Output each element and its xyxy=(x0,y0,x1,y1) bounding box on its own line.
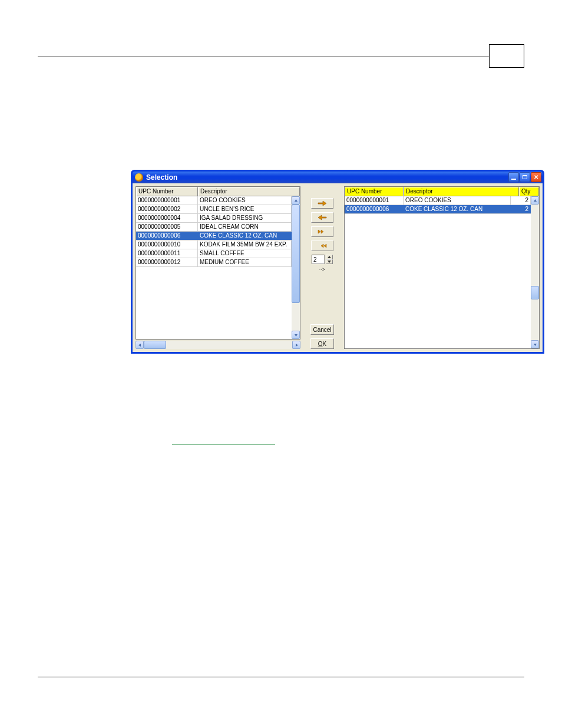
header-divider xyxy=(38,57,489,57)
table-row[interactable]: 0000000000002UNCLE BEN'S RICE xyxy=(136,205,292,214)
table-row[interactable]: 0000000000006COKE CLASSIC 12 OZ. CAN2 xyxy=(345,205,531,214)
left-header-descriptor[interactable]: Descriptor xyxy=(198,187,300,196)
left-header-upc[interactable]: UPC Number xyxy=(136,187,198,196)
arrow-right-icon xyxy=(318,200,327,206)
scroll-left-button[interactable] xyxy=(135,341,144,349)
scroll-thumb[interactable] xyxy=(292,205,300,303)
right-header-upc[interactable]: UPC Number xyxy=(345,187,404,196)
left-grid-rows: 0000000000001OREO COOKIES0000000000002UN… xyxy=(136,196,292,339)
chevron-right-icon xyxy=(295,343,299,347)
cell-descriptor: UNCLE BEN'S RICE xyxy=(198,205,292,213)
cell-descriptor: IDEAL CREAM CORN xyxy=(198,223,292,231)
right-grid[interactable]: UPC Number Descriptor Qty 0000000000001O… xyxy=(344,186,540,349)
cell-upc: 0000000000004 xyxy=(136,214,198,222)
chevron-down-icon xyxy=(533,342,537,347)
scroll-down-button[interactable] xyxy=(292,331,300,339)
page-number-box xyxy=(489,44,524,68)
hscroll-track[interactable] xyxy=(144,341,292,349)
chevron-up-icon xyxy=(294,199,298,203)
scroll-right-button[interactable] xyxy=(292,341,300,349)
ok-button[interactable]: OK xyxy=(310,338,334,349)
right-header-qty[interactable]: Qty xyxy=(519,187,539,196)
title-bar[interactable]: Selection ✕ xyxy=(133,172,543,183)
scroll-up-button[interactable] xyxy=(292,196,300,205)
cell-descriptor: OREO COOKIES xyxy=(404,196,511,205)
chevron-left-icon xyxy=(138,343,142,347)
window-title: Selection xyxy=(146,173,177,182)
double-arrow-left-icon xyxy=(318,243,327,249)
cell-descriptor: OREO COOKIES xyxy=(198,196,292,205)
left-grid[interactable]: UPC Number Descriptor 0000000000001OREO … xyxy=(135,186,300,340)
close-icon: ✕ xyxy=(534,174,538,180)
scroll-down-button[interactable] xyxy=(531,340,539,348)
cell-upc: 0000000000011 xyxy=(136,249,198,258)
table-row[interactable]: 0000000000001OREO COOKIES xyxy=(136,196,292,205)
hscroll-thumb[interactable] xyxy=(144,341,166,349)
left-pane: UPC Number Descriptor 0000000000001OREO … xyxy=(135,186,300,349)
chevron-down-icon xyxy=(294,333,298,337)
cell-qty: 2 xyxy=(511,205,531,213)
maximize-button[interactable] xyxy=(520,172,530,182)
table-row[interactable]: 0000000000001OREO COOKIES2 xyxy=(345,196,531,205)
document-page: Selection ✕ UPC Number Descriptor 000000… xyxy=(38,32,524,687)
center-controls: 2 ··> Cancel OK xyxy=(304,186,340,349)
spinner-down-button[interactable] xyxy=(326,259,333,264)
quantity-spinner[interactable]: 2 xyxy=(312,255,333,264)
right-header-descriptor[interactable]: Descriptor xyxy=(404,187,519,196)
cell-descriptor: MEDIUM COFFEE xyxy=(198,258,292,266)
cell-descriptor: COKE CLASSIC 12 OZ. CAN xyxy=(404,205,511,213)
left-grid-headers: UPC Number Descriptor xyxy=(136,187,300,196)
table-row[interactable]: 0000000000012MEDIUM COFFEE xyxy=(136,258,292,267)
ok-label: OK xyxy=(318,341,326,347)
cancel-button[interactable]: Cancel xyxy=(310,324,334,335)
app-icon xyxy=(135,173,143,182)
minimize-icon xyxy=(511,179,516,180)
right-grid-headers: UPC Number Descriptor Qty xyxy=(345,187,539,196)
move-left-button[interactable] xyxy=(311,212,333,223)
client-area: UPC Number Descriptor 0000000000001OREO … xyxy=(133,183,543,352)
selection-window: Selection ✕ UPC Number Descriptor 000000… xyxy=(131,170,544,354)
chevron-up-icon xyxy=(533,199,537,203)
right-pane: UPC Number Descriptor Qty 0000000000001O… xyxy=(344,186,540,349)
move-right-button[interactable] xyxy=(311,198,333,209)
table-row[interactable]: 0000000000006COKE CLASSIC 12 OZ. CAN xyxy=(136,232,292,241)
scroll-thumb[interactable] xyxy=(531,286,539,299)
scroll-track[interactable] xyxy=(531,205,539,340)
cell-upc: 0000000000005 xyxy=(136,223,198,231)
cell-upc: 0000000000006 xyxy=(136,232,198,240)
minimize-button[interactable] xyxy=(508,172,519,182)
right-vertical-scrollbar[interactable] xyxy=(531,196,539,348)
scroll-track[interactable] xyxy=(292,205,300,331)
table-row[interactable]: 0000000000005IDEAL CREAM CORN xyxy=(136,223,292,232)
move-all-right-button[interactable] xyxy=(311,226,333,237)
cell-qty: 2 xyxy=(511,196,531,205)
cell-upc: 0000000000002 xyxy=(136,205,198,213)
chevron-down-icon xyxy=(328,261,331,263)
table-row[interactable]: 0000000000011SMALL COFFEE xyxy=(136,249,292,258)
cell-descriptor: IGA SALAD DRESSING xyxy=(198,214,292,222)
arrow-left-icon xyxy=(318,215,327,220)
cancel-label: Cancel xyxy=(313,327,331,333)
spinner-up-button[interactable] xyxy=(326,255,333,259)
apply-qty-icon: ··> xyxy=(319,266,325,272)
cell-upc: 0000000000001 xyxy=(136,196,198,205)
move-all-left-button[interactable] xyxy=(311,241,333,251)
left-vertical-scrollbar[interactable] xyxy=(292,196,300,339)
table-row[interactable]: 0000000000004IGA SALAD DRESSING xyxy=(136,214,292,223)
double-arrow-right-icon xyxy=(318,229,327,235)
cell-descriptor: SMALL COFFEE xyxy=(198,249,292,258)
cell-descriptor: KODAK FILM 35MM BW 24 EXP. xyxy=(198,241,292,249)
cell-upc: 0000000000010 xyxy=(136,241,198,249)
table-row[interactable]: 0000000000010KODAK FILM 35MM BW 24 EXP. xyxy=(136,241,292,249)
cell-upc: 0000000000012 xyxy=(136,258,198,266)
footer-divider xyxy=(38,677,524,677)
chevron-up-icon xyxy=(328,256,331,258)
cell-descriptor: COKE CLASSIC 12 OZ. CAN xyxy=(198,232,292,240)
close-button[interactable]: ✕ xyxy=(531,172,541,182)
quantity-input[interactable]: 2 xyxy=(312,255,325,264)
cell-upc: 0000000000006 xyxy=(345,205,404,213)
maximize-icon xyxy=(523,175,527,179)
cell-upc: 0000000000001 xyxy=(345,196,404,205)
scroll-up-button[interactable] xyxy=(531,196,539,205)
left-horizontal-scrollbar[interactable] xyxy=(135,341,300,349)
